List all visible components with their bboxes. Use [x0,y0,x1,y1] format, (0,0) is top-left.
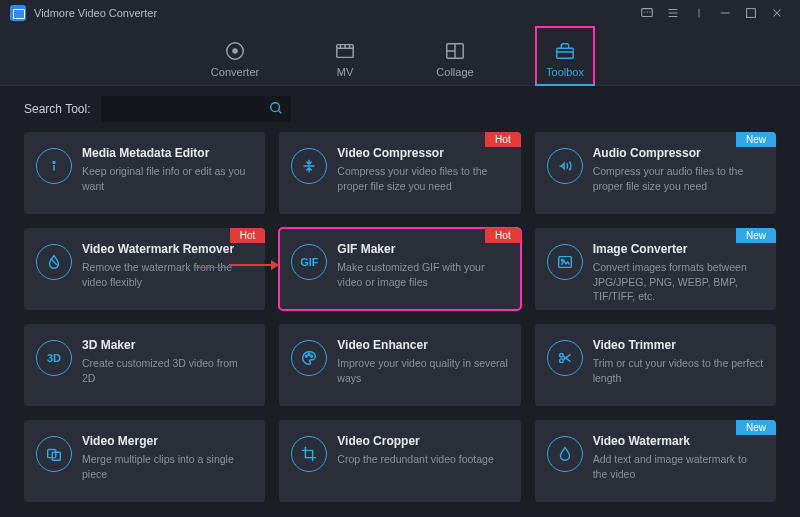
info-icon [36,148,72,184]
image-converter-icon [547,244,583,280]
hot-badge: Hot [485,228,521,243]
tool-title: Video Merger [82,434,253,448]
tool-desc: Create customized 3D video from 2D [82,356,253,385]
tab-label: Collage [436,66,473,78]
tool-title: Audio Compressor [593,146,764,160]
menu-icon[interactable] [660,0,686,26]
svg-point-14 [559,354,563,358]
droplet-icon [36,244,72,280]
tab-collage[interactable]: Collage [425,26,485,86]
tab-label: Toolbox [546,66,584,78]
search-label: Search Tool: [24,102,91,116]
tool-desc: Improve your video quality in several wa… [337,356,508,385]
new-badge: New [736,132,776,147]
tool-video-merger[interactable]: Video Merger Merge multiple clips into a… [24,420,265,502]
title-bar: Vidmore Video Converter [0,0,800,26]
tool-desc: Convert images formats between JPG/JPEG,… [593,260,764,304]
tool-desc: Trim or cut your videos to the perfect l… [593,356,764,385]
search-input-wrap [101,96,291,122]
search-row: Search Tool: [0,86,800,132]
svg-rect-6 [557,48,573,58]
tool-gif-maker[interactable]: Hot GIF GIF Maker Make customized GIF wi… [279,228,520,310]
audio-compress-icon [547,148,583,184]
watermark-icon [547,436,583,472]
divider-icon [686,0,712,26]
main-nav: Converter MV Collage Toolbox [0,26,800,86]
tool-desc: Remove the watermark from the video flex… [82,260,253,289]
converter-icon [224,40,246,62]
feedback-icon[interactable] [634,0,660,26]
compress-icon [291,148,327,184]
close-button[interactable] [764,0,790,26]
svg-rect-1 [747,9,756,18]
crop-icon [291,436,327,472]
tool-title: GIF Maker [337,242,508,256]
tool-media-metadata-editor[interactable]: Media Metadata Editor Keep original file… [24,132,265,214]
tool-video-enhancer[interactable]: Video Enhancer Improve your video qualit… [279,324,520,406]
tab-label: MV [337,66,354,78]
svg-point-12 [308,354,310,356]
tool-3d-maker[interactable]: 3D 3D Maker Create customized 3D video f… [24,324,265,406]
tool-title: Video Cropper [337,434,508,448]
tool-title: Video Watermark Remover [82,242,253,256]
svg-point-3 [232,48,238,54]
toolbox-icon [554,40,576,62]
tools-grid: Media Metadata Editor Keep original file… [0,132,800,517]
hot-badge: Hot [485,132,521,147]
svg-point-15 [559,359,563,363]
tool-desc: Crop the redundant video footage [337,452,508,467]
tool-title: Video Compressor [337,146,508,160]
tool-audio-compressor[interactable]: New Audio Compressor Compress your audio… [535,132,776,214]
tab-converter[interactable]: Converter [205,26,265,86]
palette-icon [291,340,327,376]
tool-desc: Keep original file info or edit as you w… [82,164,253,193]
tab-toolbox[interactable]: Toolbox [535,26,595,86]
gif-icon: GIF [291,244,327,280]
tool-title: Video Enhancer [337,338,508,352]
tool-video-watermark[interactable]: New Video Watermark Add text and image w… [535,420,776,502]
app-title: Vidmore Video Converter [34,7,157,19]
svg-point-7 [270,102,279,111]
hot-badge: Hot [230,228,266,243]
tool-desc: Compress your audio files to the proper … [593,164,764,193]
tool-desc: Compress your video files to the proper … [337,164,508,193]
tool-image-converter[interactable]: New Image Converter Convert images forma… [535,228,776,310]
tool-video-compressor[interactable]: Hot Video Compressor Compress your video… [279,132,520,214]
tool-title: Media Metadata Editor [82,146,253,160]
3d-icon: 3D [36,340,72,376]
tool-title: Video Watermark [593,434,764,448]
tool-video-trimmer[interactable]: Video Trimmer Trim or cut your videos to… [535,324,776,406]
annotation-arrow [229,264,279,266]
svg-point-10 [561,259,563,261]
tool-title: Image Converter [593,242,764,256]
minimize-button[interactable] [712,0,738,26]
svg-point-13 [311,355,313,357]
new-badge: New [736,228,776,243]
search-input[interactable] [109,102,269,116]
tool-desc: Make customized GIF with your video or i… [337,260,508,289]
tool-video-cropper[interactable]: Video Cropper Crop the redundant video f… [279,420,520,502]
svg-point-8 [53,162,55,164]
app-logo-icon [10,5,26,21]
tool-desc: Merge multiple clips into a single piece [82,452,253,481]
maximize-button[interactable] [738,0,764,26]
mv-icon [334,40,356,62]
tool-video-watermark-remover[interactable]: Hot Video Watermark Remover Remove the w… [24,228,265,310]
collage-icon [444,40,466,62]
tool-desc: Add text and image watermark to the vide… [593,452,764,481]
tool-title: Video Trimmer [593,338,764,352]
svg-point-11 [306,355,308,357]
search-icon[interactable] [269,101,283,118]
new-badge: New [736,420,776,435]
tab-mv[interactable]: MV [315,26,375,86]
tab-label: Converter [211,66,259,78]
merger-icon [36,436,72,472]
tool-title: 3D Maker [82,338,253,352]
scissors-icon [547,340,583,376]
